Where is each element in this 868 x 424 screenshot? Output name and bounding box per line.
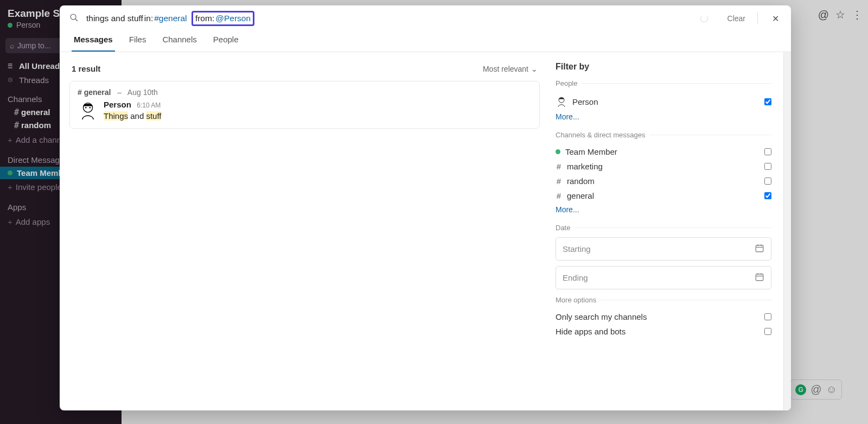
chevron-down-icon: ⌄ <box>531 65 538 73</box>
filter-channel-random[interactable]: #random <box>556 174 771 188</box>
filter-checkbox[interactable] <box>764 148 771 155</box>
people-more-link[interactable]: More... <box>556 110 579 124</box>
search-bar: things and stuff in: #general from: @Per… <box>60 5 791 29</box>
tab-people[interactable]: People <box>211 35 241 52</box>
svg-rect-12 <box>756 274 763 281</box>
filter-checkbox[interactable] <box>764 192 771 199</box>
filter-checkbox[interactable] <box>764 178 771 185</box>
avatar <box>556 96 567 107</box>
loading-spinner-icon <box>700 15 708 22</box>
results-count: 1 result <box>72 64 100 73</box>
tab-channels[interactable]: Channels <box>160 35 199 52</box>
filter-channels-label: Channels & direct messages <box>556 131 645 139</box>
filter-people-label: People <box>556 79 577 87</box>
option-hide-apps[interactable]: Hide apps and bots <box>556 324 771 339</box>
result-text: Things and stuff <box>104 111 161 122</box>
search-panel: things and stuff in: #general from: @Per… <box>60 5 791 410</box>
close-icon[interactable]: ✕ <box>770 14 781 24</box>
result-author: Person <box>104 100 131 109</box>
filter-person[interactable]: Person <box>556 93 771 110</box>
result-date: Aug 10th <box>127 88 158 97</box>
tab-messages[interactable]: Messages <box>72 35 115 52</box>
search-input[interactable]: things and stuff in: #general from: @Per… <box>86 11 693 26</box>
svg-point-0 <box>71 14 76 20</box>
result-channel: # general <box>78 88 111 97</box>
svg-point-5 <box>90 107 91 108</box>
filter-channel-general[interactable]: #general <box>556 188 771 203</box>
hash-icon: # <box>556 162 562 171</box>
date-end-input[interactable]: Ending <box>556 266 771 289</box>
filter-person-checkbox[interactable] <box>764 98 771 105</box>
option-my-channels[interactable]: Only search my channels <box>556 309 771 324</box>
svg-rect-8 <box>756 245 763 252</box>
result-time: 6:10 AM <box>137 102 161 109</box>
search-result[interactable]: # general – Aug 10th Person 6:10 AM <box>69 81 540 129</box>
filter-channel-marketing[interactable]: #marketing <box>556 159 771 174</box>
date-start-input[interactable]: Starting <box>556 237 771 261</box>
avatar <box>78 100 98 121</box>
filter-title: Filter by <box>556 62 771 72</box>
filter-checkbox[interactable] <box>764 163 771 170</box>
tab-files[interactable]: Files <box>127 35 149 52</box>
filters-column: Filter by People Person More... Channels… <box>550 52 791 410</box>
option-checkbox[interactable] <box>764 313 771 320</box>
results-column: 1 result Most relevant ⌄ # general – Aug… <box>60 52 550 410</box>
clear-button[interactable]: Clear <box>727 14 745 23</box>
search-tabs: Messages Files Channels People <box>60 29 791 52</box>
filter-dm-team-member[interactable]: Team Member <box>556 144 771 159</box>
option-checkbox[interactable] <box>764 328 771 335</box>
calendar-icon <box>755 243 764 255</box>
filter-date-label: Date <box>556 224 570 232</box>
search-icon <box>69 13 79 24</box>
svg-line-1 <box>75 18 78 21</box>
svg-point-4 <box>85 107 86 108</box>
hash-icon: # <box>556 191 562 200</box>
presence-dot-icon <box>556 149 560 154</box>
calendar-icon <box>755 272 764 283</box>
hash-icon: # <box>556 176 562 186</box>
channels-more-link[interactable]: More... <box>556 203 579 217</box>
search-from-token: from: @Person <box>192 11 254 26</box>
filter-more-options-label: More options <box>556 296 596 304</box>
sort-dropdown[interactable]: Most relevant ⌄ <box>483 65 538 73</box>
